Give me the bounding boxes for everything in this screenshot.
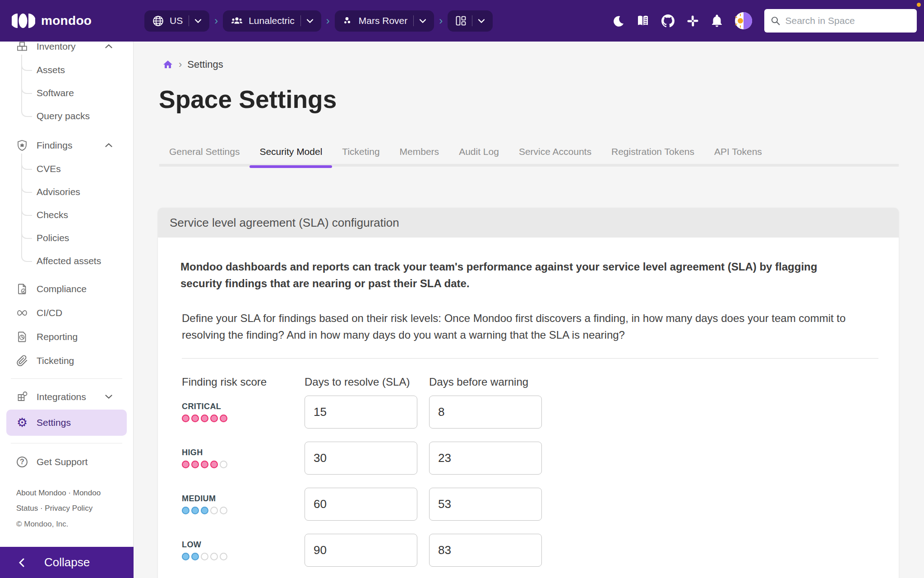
breadcrumb-current[interactable]: Settings [187, 59, 223, 70]
tab-registration-tokens[interactable]: Registration Tokens [601, 142, 704, 167]
slack-icon[interactable] [687, 15, 699, 27]
context-separator: › [214, 14, 218, 27]
sla-panel-header: Service level agreement (SLA) configurat… [158, 208, 899, 238]
space-selector[interactable]: Mars Rover [335, 10, 434, 32]
risk-row-medium: MEDIUM [182, 488, 305, 521]
risk-row-high: HIGH [182, 442, 305, 475]
chevron-down-icon[interactable] [420, 19, 426, 23]
header-toolbar [612, 9, 924, 33]
tab-audit-log[interactable]: Audit Log [449, 142, 509, 167]
risk-level-label: LOW [182, 540, 305, 550]
mondoo-logo[interactable]: mondoo [0, 13, 134, 28]
sidebar-item-settings[interactable]: ⚙ Settings [6, 410, 127, 436]
organization-label: Lunalectric [249, 15, 295, 26]
sidebar-item-compliance[interactable]: Compliance [0, 277, 133, 301]
chevron-up-icon[interactable] [105, 143, 112, 147]
sidebar-item-query-packs[interactable]: Query packs [0, 104, 133, 127]
risk-row-low: LOW [182, 534, 305, 567]
sidebar-item-affected-assets[interactable]: Affected assets [0, 249, 133, 272]
sla-panel-body: Mondoo dashboards and reports can track … [158, 238, 899, 578]
sidebar-item-cicd[interactable]: CI/CD [0, 301, 133, 325]
column-days-to-resolve: Days to resolve (SLA) [305, 376, 429, 388]
sidebar-item-get-support[interactable]: ? Get Support [0, 450, 133, 474]
sidebar-navigation: Inventory Assets Software Query packs [0, 42, 134, 547]
breadcrumb-separator: › [179, 59, 182, 70]
pill-divider [472, 15, 472, 26]
docs-icon[interactable] [637, 15, 649, 27]
integrations-icon [16, 391, 28, 403]
paperclip-icon [16, 355, 28, 367]
context-separator: › [326, 14, 330, 27]
risk-level-label: CRITICAL [182, 402, 305, 411]
sidebar-collapse-button[interactable]: Collapse [0, 547, 134, 578]
space-icon [343, 16, 353, 26]
sidebar-item-policies[interactable]: Policies [0, 226, 133, 249]
tab-security-model[interactable]: Security Model [249, 142, 332, 167]
breadcrumb: › Settings [162, 59, 223, 70]
sla-configuration-panel: Service level agreement (SLA) configurat… [158, 208, 899, 578]
space-label: Mars Rover [359, 15, 408, 26]
dark-mode-icon[interactable] [612, 15, 624, 27]
context-separator: › [439, 14, 443, 27]
chevron-down-icon[interactable] [478, 19, 485, 23]
tab-members[interactable]: Members [390, 142, 449, 167]
sidebar-item-cves[interactable]: CVEs [0, 157, 133, 180]
home-icon[interactable] [162, 59, 173, 70]
days-to-resolve-input-medium[interactable] [305, 488, 417, 521]
days-to-resolve-input-high[interactable] [305, 442, 417, 475]
chevron-down-icon[interactable] [307, 19, 313, 23]
pill-divider [189, 15, 189, 26]
page-title: Space Settings [159, 85, 337, 114]
chevron-down-icon[interactable] [105, 395, 112, 399]
about-mondoo-link[interactable]: About Mondoo [16, 489, 66, 497]
region-selector[interactable]: US [144, 10, 209, 32]
sidebar-divider [11, 378, 122, 379]
findings-subtree: CVEs Advisories Checks Policies Affected… [0, 157, 133, 272]
chevron-down-icon[interactable] [195, 19, 201, 23]
sidebar-item-reporting[interactable]: Reporting [0, 325, 133, 349]
days-before-warning-input-high[interactable] [429, 442, 542, 475]
main-content: › Settings Space Settings General Settin… [134, 42, 924, 578]
mondoo-logo-mark [12, 13, 35, 28]
organization-icon [231, 16, 243, 26]
context-switcher: US › Lunalectric › [144, 10, 493, 32]
copyright-text: © Mondoo, Inc. [16, 520, 133, 529]
sidebar-item-findings[interactable]: Findings [0, 133, 133, 157]
sidebar-item-inventory[interactable]: Inventory [0, 42, 133, 58]
shield-bug-icon [16, 140, 28, 151]
sidebar-item-advisories[interactable]: Advisories [0, 180, 133, 203]
sla-divider [182, 358, 878, 359]
organization-selector[interactable]: Lunalectric [223, 10, 321, 32]
tab-ticketing[interactable]: Ticketing [332, 142, 389, 167]
risk-score-dots [182, 415, 305, 422]
sidebar-item-software[interactable]: Software [0, 81, 133, 104]
tab-api-tokens[interactable]: API Tokens [704, 142, 772, 167]
collapse-label: Collapse [44, 555, 90, 569]
tab-general-settings[interactable]: General Settings [159, 142, 249, 167]
recording-indicator-dot [917, 3, 921, 7]
space-search[interactable] [764, 9, 917, 33]
search-input[interactable] [785, 15, 910, 26]
dashboard-selector[interactable] [448, 10, 493, 32]
days-before-warning-input-medium[interactable] [429, 488, 542, 521]
risk-score-dots [182, 461, 305, 468]
chevron-up-icon[interactable] [105, 44, 112, 48]
pill-divider [300, 15, 301, 26]
user-avatar[interactable] [735, 12, 752, 29]
sidebar-item-ticketing[interactable]: Ticketing [0, 349, 133, 373]
github-icon[interactable] [661, 14, 675, 28]
risk-level-label: MEDIUM [182, 494, 305, 503]
search-icon [771, 15, 780, 26]
days-to-resolve-input-low[interactable] [305, 534, 417, 567]
privacy-policy-link[interactable]: Privacy Policy [45, 504, 92, 513]
sidebar-divider [11, 443, 122, 443]
gear-icon: ⚙ [16, 417, 28, 429]
sidebar-item-integrations[interactable]: Integrations [0, 385, 133, 409]
sidebar-item-assets[interactable]: Assets [0, 58, 133, 81]
tab-service-accounts[interactable]: Service Accounts [509, 142, 601, 167]
notifications-bell-icon[interactable] [711, 14, 723, 27]
sidebar-item-checks[interactable]: Checks [0, 203, 133, 226]
days-before-warning-input-critical[interactable] [429, 396, 542, 429]
days-before-warning-input-low[interactable] [429, 534, 542, 567]
days-to-resolve-input-critical[interactable] [305, 396, 417, 429]
